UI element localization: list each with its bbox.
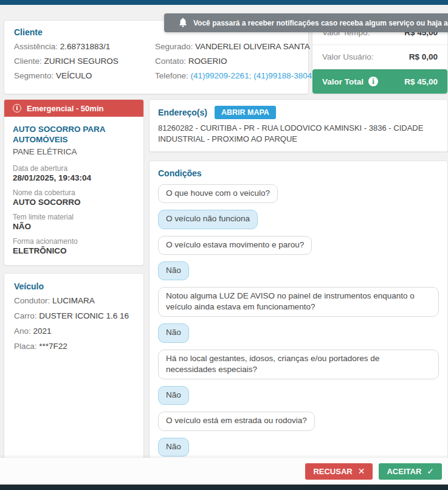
- valor-total-text: Valor Total: [322, 77, 364, 86]
- cobertura-value: AUTO SOCORRO: [13, 198, 135, 207]
- info-icon[interactable]: i: [368, 77, 378, 86]
- left-column: i Emergencial - 50min AUTO SOCORRO PARA …: [4, 99, 144, 484]
- condition-question: O que houve com o veiculo?: [158, 184, 278, 203]
- toast-message: Você passará a receber notificações caso…: [193, 19, 448, 27]
- service-subtitle: PANE ELÉTRICA: [13, 147, 135, 156]
- cliente-field: Cliente: ZURICH SEGUROS: [14, 57, 155, 66]
- cliente-fields: Assistência: 2.68731883/1 Cliente: ZURIC…: [14, 42, 298, 86]
- limite-material-value: NÃO: [13, 222, 135, 231]
- aceitar-button[interactable]: ACEITAR ✓: [379, 463, 442, 480]
- segurado-field: Segurado: VANDERLEI OLIVEIRA SANTA CLARA: [155, 42, 298, 51]
- limite-material-field: Tem limite material NÃO: [13, 213, 135, 231]
- valor-total-label: Valor Total i: [322, 77, 378, 86]
- placa-label: Placa:: [14, 342, 37, 351]
- ano-value: 2021: [33, 326, 52, 336]
- condition-question: Notou alguma LUZ DE AVISO no painel de i…: [158, 287, 439, 317]
- condition-question: Há no local gestantes, idosos, crianças …: [158, 350, 439, 379]
- condition-answer: Não: [158, 323, 189, 342]
- condition-answer: Não: [158, 261, 189, 280]
- cliente-fields-right: Segurado: VANDERLEI OLIVEIRA SANTA CLARA…: [155, 42, 298, 86]
- forma-acionamento-field: Forma acionamento ELETRÔNICO: [13, 237, 135, 255]
- telefone-label: Telefone:: [155, 71, 188, 80]
- segmento-field: Segmento: VEÍCULO: [14, 71, 155, 80]
- ano-label: Ano:: [14, 326, 31, 336]
- condutor-label: Condutor:: [14, 296, 50, 305]
- data-abertura-field: Data de abertura 28/01/2025, 19:43:04: [13, 164, 135, 182]
- x-icon: ✕: [358, 466, 365, 476]
- info-icon: i: [13, 104, 21, 112]
- notification-toast[interactable]: Você passará a receber notificações caso…: [164, 13, 448, 32]
- veiculo-card-title: Veículo: [14, 281, 134, 291]
- abrir-mapa-button[interactable]: ABRIR MAPA: [215, 106, 276, 119]
- top-accent-bar: [0, 0, 448, 5]
- segmento-value: VEÍCULO: [56, 71, 92, 80]
- segmento-label: Segmento:: [14, 71, 53, 80]
- check-icon: ✓: [427, 466, 434, 476]
- condition-question: O veículo está em estrada ou rodovia?: [158, 412, 315, 430]
- data-abertura-value: 28/01/2025, 19:43:04: [13, 173, 135, 182]
- conditions-card: Condições O que houve com o veiculo? O v…: [149, 160, 448, 461]
- bell-icon: [177, 17, 188, 28]
- contato-field: Contato: ROGERIO: [155, 57, 298, 66]
- condutor-field: Condutor: LUCIMARA: [14, 296, 134, 305]
- emergencial-banner: i Emergencial - 50min: [4, 100, 143, 117]
- contato-label: Contato:: [155, 57, 186, 66]
- placa-value: ***7F22: [39, 342, 67, 351]
- cliente-value: ZURICH SEGUROS: [44, 57, 119, 66]
- address-text: 81260282 - CURITIBA - PR - RUA LODOVICO …: [158, 123, 439, 144]
- valor-usuario-label: Valor Usuário:: [322, 52, 374, 61]
- carro-value: DUSTER ICONIC 1.6 16: [39, 311, 129, 320]
- forma-acionamento-label: Forma acionamento: [13, 237, 135, 246]
- cobertura-field: Nome da cobertura AUTO SOCORRO: [13, 188, 135, 207]
- action-footer: RECUSAR ✕ ACEITAR ✓: [0, 458, 448, 485]
- veiculo-card: Veículo Condutor: LUCIMARA Carro: DUSTER…: [4, 273, 144, 484]
- recusar-button[interactable]: RECUSAR ✕: [305, 463, 373, 480]
- service-card-body: AUTO SOCORRO PARA AUTOMÓVEIS PANE ELÉTRI…: [4, 117, 143, 265]
- data-abertura-label: Data de abertura: [13, 164, 135, 173]
- cobertura-label: Nome da cobertura: [13, 188, 135, 197]
- placa-field: Placa: ***7F22: [14, 342, 134, 351]
- forma-acionamento-value: ELETRÔNICO: [13, 246, 135, 255]
- conditions-title: Condições: [158, 168, 439, 178]
- main-content: Cliente Assistência: 2.68731883/1 Client…: [4, 20, 448, 458]
- valor-usuario-value: R$ 0,00: [409, 52, 438, 61]
- recusar-button-label: RECUSAR: [313, 467, 352, 476]
- aceitar-button-label: ACEITAR: [387, 467, 421, 476]
- valor-total-value: R$ 45,00: [404, 77, 438, 86]
- condition-question: O veículo estava movimento e parou?: [158, 236, 312, 255]
- carro-field: Carro: DUSTER ICONIC 1.6 16: [14, 311, 134, 320]
- condition-answer: Não: [158, 438, 189, 457]
- assistencia-field: Assistência: 2.68731883/1: [14, 42, 155, 51]
- assistencia-value: 2.68731883/1: [60, 42, 111, 51]
- carro-label: Carro:: [14, 311, 37, 320]
- condition-answer: Não: [158, 386, 189, 405]
- address-card: Endereço(s) ABRIR MAPA 81260282 - CURITI…: [149, 99, 448, 152]
- telefone-field: Telefone: (41)99209-2261; (41)99188-3804: [155, 71, 298, 80]
- bottom-accent-bar: [0, 485, 448, 490]
- condutor-value: LUCIMARA: [52, 296, 95, 305]
- ano-field: Ano: 2021: [14, 326, 134, 336]
- valor-total-row: Valor Total i R$ 45,00: [312, 69, 447, 94]
- contato-value: ROGERIO: [188, 57, 227, 66]
- assistencia-label: Assistência:: [14, 42, 58, 51]
- address-header: Endereço(s) ABRIR MAPA: [158, 106, 439, 119]
- telefone-link[interactable]: (41)99209-2261; (41)99188-3804: [191, 71, 312, 80]
- emergencial-banner-label: Emergencial - 50min: [27, 104, 103, 113]
- segurado-label: Segurado:: [155, 42, 193, 51]
- service-title: AUTO SOCORRO PARA AUTOMÓVEIS: [13, 125, 135, 145]
- cliente-fields-left: Assistência: 2.68731883/1 Cliente: ZURIC…: [14, 42, 155, 86]
- condition-answer: O veículo não funciona: [158, 210, 258, 229]
- limite-material-label: Tem limite material: [13, 213, 135, 221]
- service-card: i Emergencial - 50min AUTO SOCORRO PARA …: [4, 99, 144, 266]
- right-column: Endereço(s) ABRIR MAPA 81260282 - CURITI…: [149, 99, 448, 484]
- body-row: i Emergencial - 50min AUTO SOCORRO PARA …: [4, 99, 448, 484]
- cliente-label: Cliente:: [14, 57, 42, 66]
- address-title: Endereço(s): [158, 108, 207, 117]
- valor-usuario-row: Valor Usuário: R$ 0,00: [312, 45, 447, 69]
